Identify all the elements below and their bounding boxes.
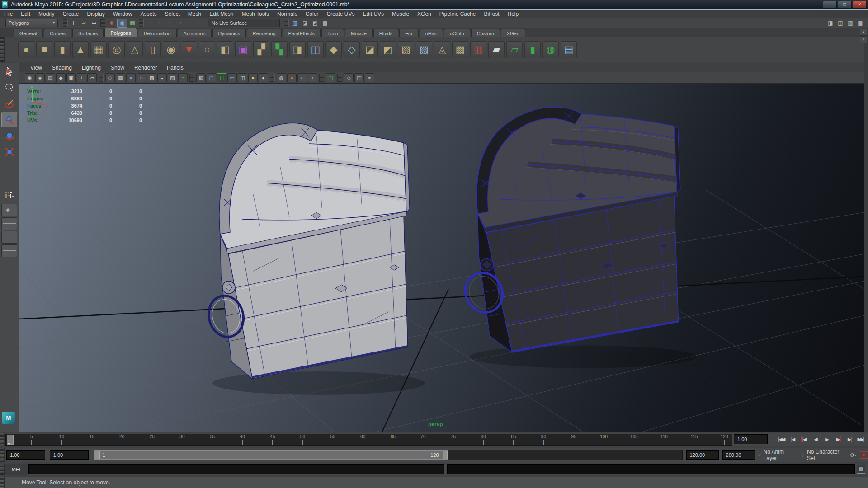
- panel-menu-item[interactable]: Show: [106, 65, 129, 71]
- last-tool-used-button[interactable]: [2, 188, 17, 203]
- use-all-lights-icon[interactable]: ○: [137, 73, 146, 82]
- shaded-mode-icon[interactable]: ▦: [116, 73, 125, 82]
- resolution-gate-icon[interactable]: [ ]: [217, 73, 226, 82]
- menu-item[interactable]: XGen: [413, 11, 435, 17]
- select-highlight-icon[interactable]: ▢: [326, 73, 335, 82]
- snap-view-plane-icon[interactable]: ∩: [185, 19, 194, 27]
- layout-split-pane-button[interactable]: [1, 244, 17, 257]
- shelf-tab[interactable]: Curves: [44, 29, 71, 37]
- polyPipe-icon[interactable]: ▯: [145, 41, 161, 58]
- rotate-tool-button[interactable]: [2, 128, 17, 143]
- render-view-icon[interactable]: ▥: [291, 19, 300, 27]
- polyPlane-icon[interactable]: ▦: [90, 41, 107, 58]
- quadrangulate-icon[interactable]: ▩: [452, 41, 468, 58]
- paint-select-tool-button[interactable]: [2, 96, 17, 111]
- share-view-icon[interactable]: ∝: [365, 73, 374, 82]
- polyCylinder-icon[interactable]: ▮: [54, 41, 71, 58]
- shelf-grip[interactable]: [0, 37, 5, 62]
- shelf-menu-icon[interactable]: ≡: [860, 37, 867, 43]
- wire-cube-icon[interactable]: ◇: [344, 73, 354, 82]
- select-object-icon[interactable]: ◉: [117, 19, 127, 28]
- render-icon[interactable]: [284, 19, 289, 27]
- insert-edge-loop-icon[interactable]: ▥: [470, 41, 486, 58]
- panel-toolbar-icon[interactable]: [337, 74, 342, 82]
- panel-menu-item[interactable]: Renderer: [129, 65, 162, 71]
- shelf-tab[interactable]: Fur: [399, 29, 419, 37]
- render-current-frame-icon[interactable]: ◪: [301, 19, 310, 27]
- shelf-tab[interactable]: Deformation: [138, 29, 177, 37]
- panel-toolbar-icon[interactable]: [270, 74, 275, 82]
- collapse-shelf-icon[interactable]: ▴: [860, 29, 867, 36]
- textured-ball-icon[interactable]: ●: [287, 73, 297, 82]
- motion-blur-icon[interactable]: ▨: [168, 73, 177, 82]
- menu-item[interactable]: Create UVs: [322, 11, 359, 17]
- lock-camera-icon[interactable]: ◈: [35, 73, 45, 82]
- duplicate-pane-icon[interactable]: ◫: [354, 73, 364, 82]
- auto-keyframe-icon[interactable]: [860, 451, 868, 459]
- menu-item[interactable]: Edit UVs: [359, 11, 388, 17]
- animation-start-field[interactable]: 1.00: [6, 450, 45, 460]
- play-forwards-button[interactable]: ▶: [821, 434, 832, 445]
- sculpt-geometry-icon[interactable]: ▼: [181, 41, 197, 58]
- ambient-occlusion-ball-icon[interactable]: ◍: [277, 73, 286, 82]
- layout-persp-outliner-button[interactable]: [1, 231, 17, 244]
- shelf-tab[interactable]: Muscle: [345, 29, 373, 37]
- status-icon[interactable]: [139, 19, 144, 27]
- shelf-tab[interactable]: Surfaces: [72, 29, 104, 37]
- shelf-tab[interactable]: Rendering: [247, 29, 282, 37]
- step-forward-frame-button[interactable]: ▶|: [844, 434, 855, 445]
- subdiv-proxy-icon[interactable]: ▣: [235, 41, 251, 58]
- menu-item[interactable]: Display: [83, 11, 108, 17]
- move-tool-button[interactable]: [1, 112, 17, 127]
- bevel-icon[interactable]: ◆: [326, 41, 342, 58]
- menu-item[interactable]: File: [0, 11, 17, 17]
- shelf-tab[interactable]: nCloth: [444, 29, 470, 37]
- half-shade-icon[interactable]: ◐: [297, 73, 307, 82]
- shelf-tab[interactable]: Custom: [471, 29, 500, 37]
- crate-model-right[interactable]: [461, 107, 697, 368]
- shelf-tab[interactable]: Dynamics: [212, 29, 246, 37]
- poke-face-icon[interactable]: ◩: [380, 41, 396, 58]
- script-editor-icon[interactable]: ▤: [857, 465, 865, 474]
- range-slider-grip[interactable]: [0, 448, 5, 462]
- menu-set-selector[interactable]: Polygons ▼: [5, 19, 58, 27]
- polyCone-icon[interactable]: ▲: [72, 41, 89, 58]
- combine-icon[interactable]: ◧: [217, 41, 233, 58]
- character-set-selector[interactable]: No Character Set: [807, 449, 848, 461]
- shadows-icon[interactable]: ▩: [147, 73, 156, 82]
- mel-label[interactable]: MEL: [5, 464, 28, 475]
- step-forward-key-button[interactable]: ▶|: [832, 434, 844, 445]
- polyPlatonic-icon[interactable]: ◉: [163, 41, 179, 58]
- select-hierarchy-icon[interactable]: ◈: [107, 19, 116, 27]
- menu-item[interactable]: Create: [58, 11, 83, 17]
- play-backwards-button[interactable]: ◀: [810, 434, 821, 445]
- mirror-geometry-icon[interactable]: ▨: [416, 41, 432, 58]
- panel-menu-item[interactable]: View: [25, 65, 47, 71]
- minimize-button[interactable]: —: [823, 1, 837, 9]
- textured-mode-icon[interactable]: ●: [126, 73, 136, 82]
- layout-single-pane-button[interactable]: ◈: [1, 204, 17, 216]
- step-back-key-button[interactable]: |◀: [798, 434, 810, 445]
- shelf-tab[interactable]: Animation: [178, 29, 212, 37]
- menu-item[interactable]: Color: [302, 11, 323, 17]
- shelf-tab[interactable]: XGen: [501, 29, 525, 37]
- snap-grid-icon[interactable]: ∩: [146, 19, 155, 27]
- playback-start-field[interactable]: 1.00: [50, 450, 89, 460]
- wireframe-mode-icon[interactable]: ◇: [105, 73, 115, 82]
- split-polygon-icon[interactable]: ▚: [271, 41, 288, 58]
- playback-range-bar[interactable]: 1 120: [94, 450, 448, 460]
- film-gate-icon[interactable]: ▭: [227, 73, 237, 82]
- shelf-tab[interactable]: nHair: [420, 29, 443, 37]
- display-gate-icon[interactable]: ◫: [238, 73, 247, 82]
- multisampling-icon[interactable]: ◓: [178, 73, 188, 82]
- modeling-toolkit-toggle-icon[interactable]: ▤: [856, 19, 865, 27]
- shelf-tab[interactable]: Polygons: [104, 28, 137, 37]
- panel-menu-item[interactable]: Panels: [162, 65, 189, 71]
- menu-item[interactable]: Assets: [136, 11, 160, 17]
- menu-item[interactable]: Modify: [34, 11, 58, 17]
- menu-item[interactable]: Bifrost: [480, 11, 504, 17]
- bookmarks-icon[interactable]: ◆: [56, 73, 66, 82]
- two-d-pan-zoom-icon[interactable]: +: [77, 73, 86, 82]
- spherical-mapping-icon[interactable]: ◍: [542, 41, 559, 58]
- attribute-editor-toggle-icon[interactable]: ◨: [826, 19, 835, 27]
